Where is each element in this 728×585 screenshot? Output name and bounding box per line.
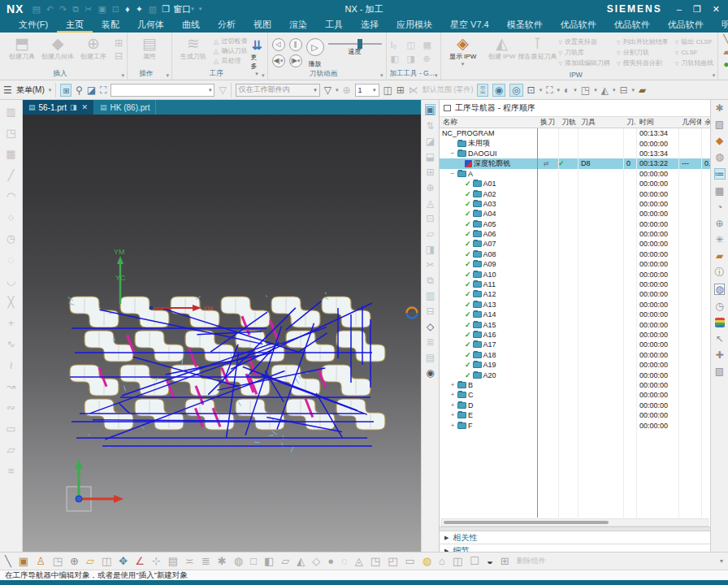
menu-tab-2[interactable]: 主页 [57,18,93,32]
sheet-icon[interactable]: ▭ [405,556,414,566]
table-row[interactable]: ✓A0100:00:00 [440,179,710,188]
layers-icon[interactable]: ≣ [202,556,210,566]
menu-tab-5[interactable]: 曲线 [173,18,209,32]
insert-3-button[interactable]: ⊕创建工序 [76,35,111,60]
window-caret-icon[interactable]: ▾ [191,6,194,12]
menu-tab-8[interactable]: 渲染 [280,18,316,32]
hide-icon[interactable]: ◎ [509,84,522,97]
ipw-big-1-button[interactable]: ◭创建 IPW [484,35,520,60]
move-icon[interactable]: ✥ [119,556,128,566]
table-row[interactable]: ✓A0200:00:00 [440,188,710,198]
column-header-6[interactable]: 时间 [636,117,678,128]
tool-change-icon[interactable]: ⇅ [426,121,434,131]
maximize-button[interactable]: ❐ [693,4,701,15]
minimize-button[interactable]: – [677,4,682,14]
datum-grid-icon[interactable]: ▦ [6,149,15,159]
cube2-icon[interactable]: ◳ [370,556,380,566]
dependencies-section[interactable]: ▶ 相关性 [440,531,710,544]
menu-tab-6[interactable]: 分析 [209,18,245,32]
layer-settings-icon[interactable]: ◫ [384,85,392,95]
insert-2-button[interactable]: ◆创建几何体 [40,35,76,60]
go-to-start-button[interactable]: ◀|▾ [272,54,285,67]
clock-icon[interactable]: ◷ [6,233,15,244]
bowl-icon[interactable]: ◒ [487,556,493,566]
zoom-box-icon[interactable]: ⊡ [527,85,535,95]
column-header-2[interactable]: 换刀 [537,117,558,128]
show-hide-icon[interactable]: ◉ [492,84,505,97]
export-icon[interactable]: ⬓ [426,152,435,162]
render-style-icon[interactable]: ◐ [564,85,570,95]
clipboard-icon[interactable]: ▥ [149,5,157,14]
tree-expander-icon[interactable]: + [449,392,456,398]
table-row[interactable]: −DAOGUI00:13:34 [440,149,710,158]
scope-combo[interactable]: 仅在工作部件内▾ [236,84,320,97]
web-browser-icon[interactable]: ◍ [714,284,724,295]
table-row[interactable]: ✓A1800:00:00 [440,350,710,360]
table-row[interactable]: ✓A1500:00:00 [440,319,710,329]
burst-icon[interactable]: ✳ [715,235,723,245]
part-tab-1[interactable]: ▤56-1.prt◨✕ [23,100,94,115]
sphere-icon[interactable]: ● [327,556,334,566]
history-icon[interactable]: ◷ [715,301,723,311]
angle-icon[interactable]: ∠ [135,556,145,566]
machine-view-icon[interactable]: ▦ [715,186,724,196]
sketch-box-icon[interactable]: ▣ [19,556,28,566]
ipw-link-2-2[interactable]: ▿分割刀轨 [617,49,669,57]
machine-icon[interactable]: ▤ [426,353,435,362]
ipw-link-1-3[interactable]: ▿添加或编辑刀柄 [559,59,611,67]
play-button[interactable]: ▷ [306,38,324,56]
orient-view-icon[interactable]: ◳ [581,85,590,95]
window-split-icon[interactable]: ⊟ [619,85,627,95]
orient-icon[interactable]: ◳ [53,556,63,566]
column-header-5[interactable]: 刀.. [623,117,636,128]
person-icon[interactable]: ♙ [36,556,46,566]
work-layer-combo[interactable]: 1▾ [355,84,379,97]
table-row[interactable]: ✓A1100:00:00 [440,280,710,289]
step-back-button[interactable]: ◁ [272,38,285,51]
arc-icon[interactable]: ◠ [6,191,15,202]
fit-view-icon[interactable]: ⛶ [546,85,552,95]
window-icon[interactable]: ❒ [162,5,170,14]
menu-tab-15[interactable]: 优品软件 [605,18,659,32]
operation-small-3[interactable]: ◬后处理 [214,57,248,65]
grid-icon[interactable]: ⊞ [500,556,509,566]
find-icon[interactable]: ⊕ [715,219,723,228]
gear-stack-icon[interactable]: ✱ [218,556,227,566]
copy-display-icon[interactable]: ▣ [425,104,436,115]
tree-expander-icon[interactable]: − [449,171,456,177]
menu-tab-1[interactable]: 文件(F) [10,18,57,32]
checkbox-icon[interactable]: ☐ [470,556,479,566]
info-icon[interactable]: ⓘ [715,267,725,277]
table-row[interactable]: ✓A1200:00:00 [440,289,710,299]
cut-icon[interactable]: ✂ [426,260,434,270]
redo-icon[interactable]: ↷ [59,5,67,14]
tools-icon[interactable]: ✚ [715,350,723,360]
circle-icon[interactable]: ○ [8,212,15,223]
close-button[interactable]: ✕ [713,4,720,15]
window-menu[interactable]: 窗口 [173,3,191,15]
material-ball-icon[interactable]: ● [723,59,728,70]
table-row[interactable]: ✓A1700:00:00 [440,340,710,349]
table-row[interactable]: ✓A1600:00:00 [440,330,710,340]
qat-overflow-icon[interactable]: ▾ [199,6,202,12]
table-row[interactable]: 深度轮廓铣⇄✓D8000:13:22---0.0 [440,158,710,168]
box-icon[interactable]: ◫ [102,556,111,566]
table-row[interactable]: ✓A1900:00:00 [440,360,710,370]
list-icon[interactable]: ≣ [426,337,434,347]
bottombar-overflow-icon[interactable]: ▾ [720,557,723,565]
target-icon[interactable]: ⊕ [70,556,79,566]
geometry-view-icon[interactable]: ◔ [717,202,722,212]
table-row[interactable]: ✓A2000:00:00 [440,370,710,379]
table-row[interactable]: NC_PROGRAM00:13:34 [440,128,710,138]
mirror-icon[interactable]: ◭ [297,556,305,566]
layer-visible-icon[interactable]: ⊞ [396,85,405,95]
sine-icon[interactable]: ∿ [6,339,15,349]
ipw-link-3-2[interactable]: ▿CLSF [675,49,714,57]
properties-button[interactable]: ▤属性 [132,35,167,60]
microphone-icon[interactable]: ♦ [125,5,130,14]
menu-tab-16[interactable]: 优品软件 [659,18,713,32]
curve-icon[interactable]: ↝ [6,381,15,392]
table-row[interactable]: +D00:00:00 [440,401,710,410]
edit-icon[interactable]: ▱ [427,229,434,239]
brush-icon[interactable]: ▰ [716,251,723,261]
